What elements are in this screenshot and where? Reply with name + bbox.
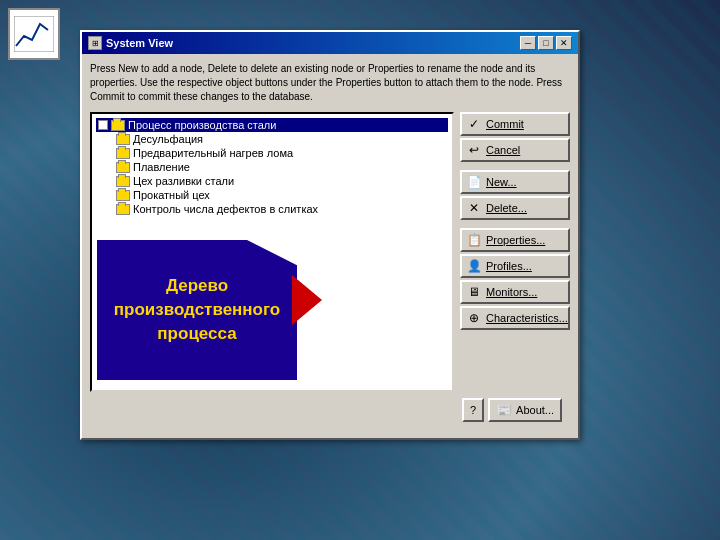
- dialog-footer: ? 📰 About...: [90, 392, 570, 430]
- logo-box: [8, 8, 60, 60]
- commit-label: Commit: [486, 118, 524, 130]
- tree-item[interactable]: Прокатный цех: [114, 188, 448, 202]
- help-label: ?: [470, 404, 476, 416]
- folder-icon: [116, 162, 130, 173]
- tree-panel[interactable]: ─ Процесс производства стали Десульфация…: [90, 112, 454, 392]
- monitors-icon: 🖥: [466, 284, 482, 300]
- properties-button[interactable]: 📋 Properties...: [460, 228, 570, 252]
- help-button[interactable]: ?: [462, 398, 484, 422]
- title-bar-left: ⊞ System View: [88, 36, 173, 50]
- new-label: New...: [486, 176, 517, 188]
- tree-item-label: Цех разливки стали: [133, 175, 234, 187]
- callout-text-line2: производственного: [114, 298, 281, 322]
- monitors-button[interactable]: 🖥 Monitors...: [460, 280, 570, 304]
- profiles-label: Profiles...: [486, 260, 532, 272]
- tree-root-label: Процесс производства стали: [128, 119, 276, 131]
- system-view-dialog: ⊞ System View ─ □ ✕ Press New to add a n…: [80, 30, 580, 440]
- tree-children: Десульфация Предварительный нагрев лома …: [114, 132, 448, 216]
- minimize-button[interactable]: ─: [520, 36, 536, 50]
- buttons-panel: ✓ Commit ↩ Cancel 📄 New... ✕ Delete: [460, 112, 570, 392]
- folder-icon: [116, 148, 130, 159]
- dialog-title: System View: [106, 37, 173, 49]
- cancel-icon: ↩: [466, 142, 482, 158]
- tree-item[interactable]: Цех разливки стали: [114, 174, 448, 188]
- tree-item[interactable]: Предварительный нагрев лома: [114, 146, 448, 160]
- description-text: Press New to add a node, Delete to delet…: [90, 62, 570, 104]
- callout-text-line3: процесса: [157, 322, 236, 346]
- about-label: About...: [516, 404, 554, 416]
- title-buttons: ─ □ ✕: [520, 36, 572, 50]
- dialog-body: Press New to add a node, Delete to delet…: [82, 54, 578, 438]
- folder-icon: [116, 134, 130, 145]
- close-button[interactable]: ✕: [556, 36, 572, 50]
- new-icon: 📄: [466, 174, 482, 190]
- about-button[interactable]: 📰 About...: [488, 398, 562, 422]
- new-button[interactable]: 📄 New...: [460, 170, 570, 194]
- profiles-icon: 👤: [466, 258, 482, 274]
- cancel-button[interactable]: ↩ Cancel: [460, 138, 570, 162]
- tree-item-label: Контроль числа дефектов в слитках: [133, 203, 318, 215]
- delete-label: Delete...: [486, 202, 527, 214]
- callout-box: Дерево производственного процесса: [97, 240, 297, 380]
- callout-text-line1: Дерево: [166, 274, 228, 298]
- tree-item-label: Плавление: [133, 161, 190, 173]
- tree-item[interactable]: Плавление: [114, 160, 448, 174]
- tree-root-item[interactable]: ─ Процесс производства стали: [96, 118, 448, 132]
- monitors-label: Monitors...: [486, 286, 537, 298]
- separator2: [460, 222, 570, 226]
- characteristics-icon: ⊕: [466, 310, 482, 326]
- tree-item-label: Предварительный нагрев лома: [133, 147, 293, 159]
- separator1: [460, 164, 570, 168]
- content-row: ─ Процесс производства стали Десульфация…: [90, 112, 570, 392]
- properties-label: Properties...: [486, 234, 545, 246]
- callout-arrow-icon: [292, 275, 322, 325]
- characteristics-label: Characteristics...: [486, 312, 568, 324]
- delete-button[interactable]: ✕ Delete...: [460, 196, 570, 220]
- tree-item-label: Прокатный цех: [133, 189, 210, 201]
- logo-icon: [14, 16, 54, 52]
- commit-icon: ✓: [466, 116, 482, 132]
- tree-item-label: Десульфация: [133, 133, 203, 145]
- folder-icon: [116, 190, 130, 201]
- delete-icon: ✕: [466, 200, 482, 216]
- about-icon: 📰: [496, 402, 512, 418]
- commit-button[interactable]: ✓ Commit: [460, 112, 570, 136]
- folder-icon: [116, 204, 130, 215]
- tree-item[interactable]: Десульфация: [114, 132, 448, 146]
- title-bar: ⊞ System View ─ □ ✕: [82, 32, 578, 54]
- tree-expand-icon[interactable]: ─: [98, 120, 108, 130]
- tree-item[interactable]: Контроль числа дефектов в слитках: [114, 202, 448, 216]
- characteristics-button[interactable]: ⊕ Characteristics...: [460, 306, 570, 330]
- profiles-button[interactable]: 👤 Profiles...: [460, 254, 570, 278]
- cancel-label: Cancel: [486, 144, 520, 156]
- maximize-button[interactable]: □: [538, 36, 554, 50]
- callout-overlay: Дерево производственного процесса: [97, 235, 307, 380]
- folder-icon: [116, 176, 130, 187]
- properties-icon: 📋: [466, 232, 482, 248]
- root-folder-icon: [111, 120, 125, 131]
- dialog-icon: ⊞: [88, 36, 102, 50]
